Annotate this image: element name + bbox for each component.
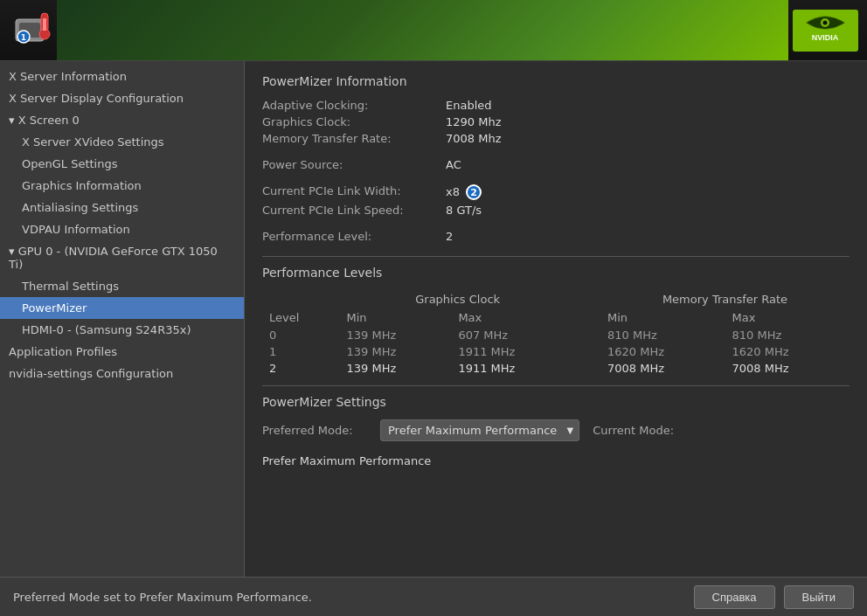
gc-min-header: Min xyxy=(339,308,451,327)
current-mode-label: Current Mode: xyxy=(593,424,674,437)
badge-2: 2 xyxy=(466,184,482,200)
memory-transfer-rate-value: 7008 Mhz xyxy=(446,132,850,145)
perf-level-label: Performance Level: xyxy=(262,230,437,243)
sidebar-item-thermal[interactable]: Thermal Settings xyxy=(0,275,244,297)
quit-button[interactable]: Выйти xyxy=(784,585,855,609)
sidebar-item-hdmi[interactable]: HDMI-0 - (Samsung S24R35x) xyxy=(0,319,244,341)
adaptive-clocking-label: Adaptive Clocking: xyxy=(262,99,437,112)
level-col-header xyxy=(262,290,339,308)
powermizer-info-grid: Adaptive Clocking: Enabled Graphics Cloc… xyxy=(262,99,850,145)
content-area: PowerMizer Information Adaptive Clocking… xyxy=(245,61,867,577)
sidebar-item-gpu-0[interactable]: ▾ GPU 0 - (NVIDIA GeForce GTX 1050 Ti) xyxy=(0,240,244,275)
pcie-link-width-value: x8 2 xyxy=(446,184,850,200)
mtr-min-1: 1620 MHz xyxy=(600,343,725,360)
pcie-link-width-label: Current PCIe Link Width: xyxy=(262,184,437,200)
status-text: Preferred Mode set to Prefer Maximum Per… xyxy=(13,591,312,604)
sidebar-item-x-server-info[interactable]: X Server Information xyxy=(0,66,244,87)
preferred-mode-dropdown-value: Prefer Maximum Performance xyxy=(388,424,557,437)
sidebar-item-xvideo[interactable]: X Server XVideo Settings xyxy=(0,131,244,153)
mtr-max-2: 7008 MHz xyxy=(725,360,850,377)
adaptive-clocking-value: Enabled xyxy=(446,99,850,112)
svg-text:NVIDIA: NVIDIA xyxy=(812,33,839,42)
sidebar-item-x-server-display[interactable]: X Server Display Configuration xyxy=(0,87,244,109)
gc-max-1: 1911 MHz xyxy=(451,343,575,360)
gc-min-1: 139 MHz xyxy=(339,343,451,360)
sidebar-item-powermizer[interactable]: PowerMizer xyxy=(0,297,244,319)
app-icon: 1 xyxy=(9,4,61,57)
gc-min-2: 139 MHz xyxy=(339,360,451,377)
mtr-max-1: 1620 MHz xyxy=(725,343,850,360)
gc-max-2: 1911 MHz xyxy=(451,360,575,377)
gc-max-header: Max xyxy=(451,308,575,327)
spacer-sub-header xyxy=(576,308,600,327)
sidebar-item-vdpau[interactable]: VDPAU Information xyxy=(0,218,244,240)
sidebar-item-nvidia-config[interactable]: nvidia-settings Configuration xyxy=(0,363,244,384)
help-button[interactable]: Справка xyxy=(694,585,775,609)
preferred-mode-label: Preferred Mode: xyxy=(262,424,367,437)
mtr-min-0: 810 MHz xyxy=(600,327,725,343)
sidebar-item-graphics-info[interactable]: Graphics Information xyxy=(0,175,244,197)
level-1: 1 xyxy=(262,343,339,360)
level-2: 2 xyxy=(262,360,339,377)
spacer-0 xyxy=(576,327,600,343)
perf-level-grid: Performance Level: 2 xyxy=(262,230,850,243)
spacer-1 xyxy=(576,343,600,360)
memory-transfer-rate-label: Memory Transfer Rate: xyxy=(262,132,437,145)
app-header: 1 NVIDIA xyxy=(0,0,867,61)
graphics-clock-value: 1290 Mhz xyxy=(446,115,850,128)
powermizer-info-title: PowerMizer Information xyxy=(262,74,850,88)
header-background xyxy=(57,0,788,60)
level-0: 0 xyxy=(262,327,339,343)
gc-min-0: 139 MHz xyxy=(339,327,451,343)
nvidia-icon: NVIDIA xyxy=(801,14,850,45)
status-bar: Preferred Mode set to Prefer Maximum Per… xyxy=(0,577,867,616)
preferred-mode-dropdown[interactable]: Prefer Maximum Performance xyxy=(380,419,579,441)
mtr-max-header: Max xyxy=(725,308,850,327)
button-group: Справка Выйти xyxy=(694,585,855,609)
svg-text:1: 1 xyxy=(20,33,25,42)
graphics-clock-label: Graphics Clock: xyxy=(262,115,437,128)
power-source-label: Power Source: xyxy=(262,158,437,171)
perf-level-value: 2 xyxy=(446,230,850,243)
powermizer-settings-row: Preferred Mode: Prefer Maximum Performan… xyxy=(262,419,850,467)
sidebar-item-antialiasing[interactable]: Antialiasing Settings xyxy=(0,197,244,218)
sidebar-item-opengl[interactable]: OpenGL Settings xyxy=(0,153,244,175)
graphics-clock-header: Graphics Clock xyxy=(339,290,575,308)
memory-transfer-header: Memory Transfer Rate xyxy=(600,290,850,308)
spacer-header xyxy=(576,290,600,308)
perf-levels-title: Performance Levels xyxy=(262,266,850,280)
mtr-max-0: 810 MHz xyxy=(725,327,850,343)
sidebar: X Server Information X Server Display Co… xyxy=(0,61,245,577)
svg-rect-4 xyxy=(43,18,46,31)
current-mode-value: Prefer Maximum Performance xyxy=(262,454,431,467)
pcie-grid: Current PCIe Link Width: x8 2 Current PC… xyxy=(262,184,850,217)
nvidia-logo: NVIDIA xyxy=(793,10,858,52)
performance-levels-table: Graphics Clock Memory Transfer Rate Leve… xyxy=(262,290,850,377)
pcie-link-speed-value: 8 GT/s xyxy=(446,204,850,217)
main-area: X Server Information X Server Display Co… xyxy=(0,61,867,577)
mtr-min-2: 7008 MHz xyxy=(600,360,725,377)
sidebar-item-app-profiles[interactable]: Application Profiles xyxy=(0,341,244,363)
table-row: 1 139 MHz 1911 MHz 1620 MHz 1620 MHz xyxy=(262,343,850,360)
sidebar-item-x-screen-0[interactable]: ▾ X Screen 0 xyxy=(0,109,244,131)
divider-2 xyxy=(262,385,850,386)
header-content: 1 xyxy=(9,4,61,57)
svg-point-8 xyxy=(823,20,828,24)
table-row: 2 139 MHz 1911 MHz 7008 MHz 7008 MHz xyxy=(262,360,850,377)
power-source-grid: Power Source: AC xyxy=(262,158,850,171)
gc-max-0: 607 MHz xyxy=(451,327,575,343)
table-row: 0 139 MHz 607 MHz 810 MHz 810 MHz xyxy=(262,327,850,343)
power-source-value: AC xyxy=(446,158,850,171)
divider-1 xyxy=(262,256,850,257)
pcie-link-speed-label: Current PCIe Link Speed: xyxy=(262,204,437,217)
spacer-2 xyxy=(576,360,600,377)
mtr-min-header: Min xyxy=(600,308,725,327)
gpu-thermometer-icon: 1 xyxy=(11,6,59,54)
level-sub-header: Level xyxy=(262,308,339,327)
powermizer-settings-title: PowerMizer Settings xyxy=(262,395,850,409)
